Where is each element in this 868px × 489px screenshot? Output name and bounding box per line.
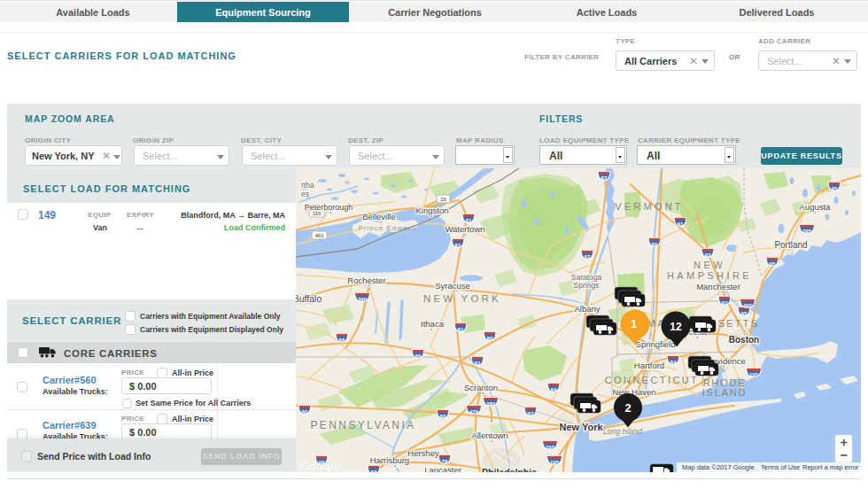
svg-text:CONNECTICUT: CONNECTICUT <box>605 375 699 385</box>
svg-text:84: 84 <box>551 386 557 392</box>
svg-text:295: 295 <box>802 229 812 234</box>
svg-text:93: 93 <box>722 299 728 306</box>
svg-text:Peterborough: Peterborough <box>305 203 353 212</box>
svg-text:87: 87 <box>528 410 534 416</box>
svg-text:Harrisburg: Harrisburg <box>370 455 409 465</box>
svg-text:86: 86 <box>415 353 422 359</box>
svg-text:rtha: rtha <box>301 181 314 190</box>
svg-text:Prince Edward: Prince Edward <box>358 224 415 232</box>
svg-text:Syracuse: Syracuse <box>435 281 470 291</box>
svg-text:Manchester: Manchester <box>696 282 740 291</box>
svg-text:401: 401 <box>314 233 324 238</box>
svg-text:78: 78 <box>442 458 448 464</box>
svg-text:Buffalo: Buffalo <box>296 293 322 304</box>
svg-text:Augusta: Augusta <box>800 202 832 212</box>
svg-text:87: 87 <box>585 253 591 260</box>
svg-text:81: 81 <box>458 326 464 332</box>
svg-text:Philadelphia: Philadelphia <box>482 467 537 472</box>
svg-text:91: 91 <box>678 221 684 227</box>
svg-text:1: 1 <box>631 317 637 330</box>
svg-text:Belleville: Belleville <box>362 212 396 221</box>
svg-text:Scranton: Scranton <box>464 383 498 392</box>
svg-text:86: 86 <box>339 337 345 343</box>
svg-text:Albany: Albany <box>574 304 600 314</box>
svg-text:95: 95 <box>770 260 776 267</box>
svg-text:95: 95 <box>741 310 748 316</box>
svg-text:Terms of Use: Terms of Use <box>761 463 800 471</box>
svg-text:95: 95 <box>832 185 838 191</box>
svg-text:New York: New York <box>559 422 603 432</box>
svg-text:195: 195 <box>546 445 555 450</box>
svg-text:12: 12 <box>670 321 682 333</box>
svg-text:Map data ©2017 Google: Map data ©2017 Google <box>682 463 755 471</box>
svg-text:Kingston: Kingston <box>416 206 449 215</box>
svg-text:es: es <box>301 190 309 198</box>
svg-text:NEW: NEW <box>694 260 725 270</box>
svg-text:380: 380 <box>486 401 496 407</box>
svg-text:476: 476 <box>469 409 479 415</box>
svg-text:Springs: Springs <box>574 281 600 290</box>
svg-text:81: 81 <box>475 360 481 366</box>
svg-text:Portland: Portland <box>774 240 807 250</box>
svg-text:195: 195 <box>550 460 560 465</box>
svg-text:PENNSYLVANIA: PENNSYLVANIA <box>310 419 415 431</box>
svg-text:Long Island: Long Island <box>603 427 642 436</box>
svg-text:Ithaca: Ithaca <box>421 319 445 329</box>
svg-text:Rochester: Rochester <box>347 276 385 285</box>
svg-text:ISLAND: ISLAND <box>702 387 748 398</box>
svg-text:HAMPSHIRE: HAMPSHIRE <box>667 270 752 281</box>
svg-text:Lancaster: Lancaster <box>424 465 461 472</box>
svg-text:84: 84 <box>670 359 677 365</box>
svg-text:Watertown: Watertown <box>445 224 484 234</box>
svg-text:Google: Google <box>299 460 341 472</box>
svg-text:81: 81 <box>455 242 461 248</box>
svg-text:Report a map error: Report a map error <box>802 463 859 471</box>
svg-text:89: 89 <box>652 241 658 247</box>
svg-text:495: 495 <box>743 303 753 308</box>
svg-text:2: 2 <box>624 401 631 415</box>
svg-text:Hartford: Hartford <box>634 361 664 370</box>
svg-text:NEW YORK: NEW YORK <box>423 293 501 304</box>
svg-text:15: 15 <box>440 197 446 202</box>
svg-text:VERMONT: VERMONT <box>615 201 683 212</box>
svg-text:390: 390 <box>358 297 368 302</box>
svg-text:88: 88 <box>487 335 493 341</box>
svg-text:87: 87 <box>601 175 608 181</box>
svg-text:Allentown: Allentown <box>471 431 508 440</box>
svg-text:93: 93 <box>705 252 711 258</box>
svg-text:80: 80 <box>302 408 308 415</box>
svg-text:195: 195 <box>749 372 759 377</box>
svg-text:81: 81 <box>466 217 472 223</box>
svg-text:Springfield: Springfield <box>636 339 676 349</box>
svg-text:83: 83 <box>371 469 377 472</box>
svg-text:Hershey: Hershey <box>407 448 439 458</box>
svg-text:80: 80 <box>440 413 446 419</box>
svg-text:Boston: Boston <box>729 335 759 345</box>
